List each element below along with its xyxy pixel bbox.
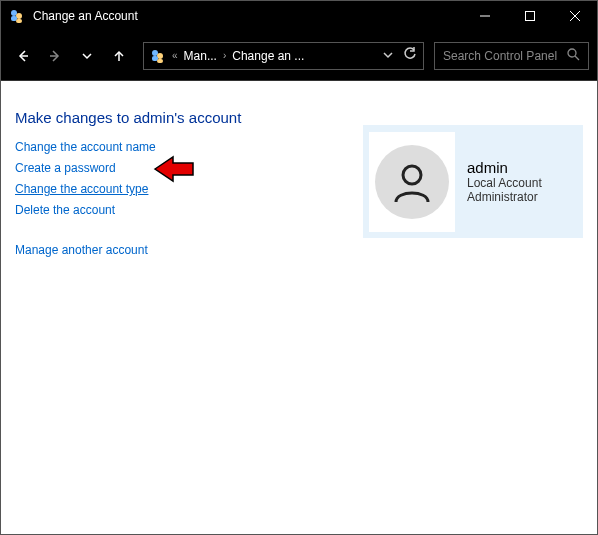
user-avatar-icon [375, 145, 449, 219]
manage-another-account-link[interactable]: Manage another account [15, 243, 148, 257]
svg-point-18 [403, 166, 421, 184]
chevron-down-icon[interactable] [383, 49, 393, 63]
titlebar: Change an Account [1, 1, 597, 31]
svg-point-15 [568, 49, 576, 57]
change-account-name-link[interactable]: Change the account name [15, 140, 156, 154]
svg-point-0 [11, 10, 17, 16]
maximize-button[interactable] [507, 1, 552, 31]
forward-button[interactable] [41, 42, 69, 70]
chevron-right-icon: › [223, 50, 226, 61]
change-account-type-link[interactable]: Change the account type [15, 182, 148, 196]
up-button[interactable] [105, 42, 133, 70]
user-accounts-icon [9, 8, 25, 24]
svg-line-16 [575, 56, 579, 60]
delete-account-link[interactable]: Delete the account [15, 203, 115, 217]
annotation-arrow-icon [153, 155, 195, 186]
recent-dropdown[interactable] [73, 42, 101, 70]
avatar [369, 132, 455, 232]
minimize-button[interactable] [462, 1, 507, 31]
back-button[interactable] [9, 42, 37, 70]
breadcrumb[interactable]: « Man... › Change an ... [143, 42, 424, 70]
account-role-label: Administrator [467, 190, 542, 204]
svg-point-11 [152, 50, 158, 56]
search-icon[interactable] [567, 48, 580, 64]
account-name: admin [467, 159, 542, 176]
window-title: Change an Account [33, 9, 462, 23]
svg-rect-13 [152, 56, 158, 61]
page-heading: Make changes to admin's account [15, 109, 583, 126]
create-password-link[interactable]: Create a password [15, 161, 116, 175]
refresh-button[interactable] [403, 47, 417, 64]
close-button[interactable] [552, 1, 597, 31]
window-controls [462, 1, 597, 31]
account-type-label: Local Account [467, 176, 542, 190]
user-accounts-icon [150, 48, 166, 64]
content-area: Make changes to admin's account Change t… [1, 81, 597, 271]
svg-rect-5 [525, 12, 534, 21]
svg-rect-3 [16, 19, 22, 23]
search-box[interactable] [434, 42, 589, 70]
svg-rect-2 [11, 16, 17, 21]
breadcrumb-prefix: « [172, 50, 178, 61]
svg-rect-14 [157, 59, 163, 63]
search-input[interactable] [443, 49, 563, 63]
account-info: admin Local Account Administrator [467, 159, 542, 204]
account-card: admin Local Account Administrator [363, 125, 583, 238]
breadcrumb-item[interactable]: Change an ... [232, 49, 304, 63]
navbar: « Man... › Change an ... [1, 31, 597, 81]
svg-marker-17 [155, 157, 193, 181]
breadcrumb-item[interactable]: Man... [184, 49, 217, 63]
